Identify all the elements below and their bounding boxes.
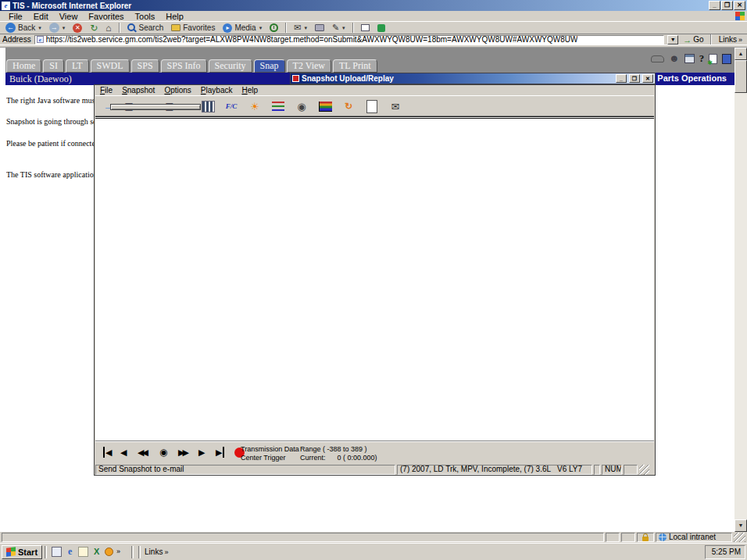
play-button[interactable] [198, 447, 205, 458]
tab[interactable]: SI [43, 59, 64, 73]
close-button[interactable]: ✕ [734, 1, 745, 10]
discuss-icon [361, 24, 370, 31]
window-resize-grip[interactable] [734, 533, 745, 542]
stop-playback-button[interactable] [159, 447, 167, 458]
fast-forward-button[interactable] [178, 447, 187, 458]
browser-menu-item[interactable]: Help [160, 12, 189, 21]
new-document-icon[interactable] [709, 54, 717, 64]
graph-icon[interactable] [315, 98, 335, 115]
maximize-button[interactable]: ❐ [721, 1, 733, 10]
quick-launch [49, 547, 129, 557]
snapshot-maximize-button[interactable]: ❐ [629, 74, 640, 83]
go-button[interactable]: Go [681, 35, 705, 45]
mail-button[interactable] [291, 22, 309, 34]
search-button[interactable]: Search [125, 22, 166, 34]
tab[interactable]: SWDL [91, 59, 130, 73]
browser-menu-item[interactable]: File [3, 12, 28, 21]
taskbar-divider [131, 546, 134, 558]
tab[interactable]: Security [209, 59, 252, 73]
stop-button[interactable] [70, 22, 84, 34]
email-icon[interactable] [385, 98, 406, 115]
ie-quicklaunch-icon[interactable] [65, 547, 75, 557]
lock-icon [642, 537, 649, 541]
discuss-button[interactable] [359, 22, 372, 34]
quicklaunch-overflow-chevron[interactable] [116, 547, 127, 557]
go-icon [683, 35, 692, 45]
minimize-button[interactable]: _ [709, 1, 720, 10]
rewind-button[interactable] [138, 447, 146, 458]
snapshot-close-button[interactable]: ✕ [642, 74, 653, 83]
snapshot-menu-item[interactable]: File [95, 86, 117, 95]
page-paragraph: The right Java software must be [6, 96, 95, 105]
last-frame-button[interactable] [216, 447, 224, 458]
start-button[interactable]: Start [2, 545, 42, 559]
exit-icon[interactable] [722, 54, 731, 64]
back-button[interactable]: Back [3, 22, 44, 34]
brightness-icon[interactable] [245, 98, 265, 115]
tab[interactable]: SPS Info [161, 59, 207, 73]
bolt-icon[interactable] [291, 98, 312, 115]
scroll-down-button[interactable]: ▼ [734, 519, 747, 532]
browser-menu-item[interactable]: Favorites [83, 12, 129, 21]
trigger-icon[interactable] [338, 98, 359, 115]
header-icon-row [651, 52, 731, 65]
show-desktop-icon[interactable] [52, 547, 62, 557]
address-dropdown-button[interactable]: ▼ [667, 35, 678, 45]
home-button[interactable] [103, 22, 113, 34]
tab[interactable]: Home [6, 59, 41, 73]
snapshot-menu-item[interactable]: Help [237, 86, 263, 95]
edit-button[interactable] [330, 22, 348, 34]
browser-menu-item[interactable]: View [54, 12, 84, 21]
step-back-button[interactable] [120, 447, 127, 458]
tab[interactable]: LT [66, 59, 89, 73]
history-icon [270, 23, 278, 32]
help-icon[interactable] [699, 52, 705, 65]
tab[interactable]: SPS [131, 59, 159, 73]
scrollbar-thumb[interactable] [734, 60, 747, 93]
links-bar[interactable]: Links » [717, 35, 745, 44]
search-quicklaunch-icon[interactable] [78, 547, 88, 557]
favorites-button[interactable]: Favorites [169, 22, 217, 34]
outlook-quicklaunch-icon[interactable] [105, 548, 113, 556]
address-input[interactable]: e https://tis2web.service.gm.com/tis2web… [34, 35, 665, 45]
calendar-icon[interactable] [684, 54, 695, 63]
snapshot-menu-item[interactable]: Snapshot [117, 86, 159, 95]
media-button[interactable]: Media [220, 22, 264, 34]
snapshot-menu-item[interactable]: Playback [196, 86, 238, 95]
scroll-up-button[interactable]: ▲ [734, 48, 747, 60]
refresh-button[interactable] [88, 22, 100, 34]
address-label: Address [2, 35, 31, 44]
tab[interactable]: Snap [254, 59, 285, 73]
print-icon [315, 24, 324, 31]
brand-left-label: Buick (Daewoo) [9, 73, 72, 85]
forward-button[interactable] [47, 22, 68, 34]
vehicle-info-label: (7) 2007, LD Trk, MPV, Incomplete, (7) 3… [397, 465, 592, 475]
system-tray: 5:25 PM [705, 545, 745, 559]
taskbar-links-label: Links [145, 548, 163, 556]
print-button[interactable] [313, 22, 327, 34]
taskbar-links[interactable]: Links » [143, 548, 170, 556]
messenger-button[interactable] [375, 22, 388, 34]
start-label: Start [18, 548, 38, 557]
browser-menu-item[interactable]: Edit [28, 12, 54, 21]
user-icon[interactable] [669, 53, 680, 64]
toolbar-separator [119, 23, 120, 33]
blank-page-icon[interactable] [362, 98, 382, 115]
first-frame-button[interactable] [103, 447, 112, 458]
snapshot-window: Snapshot Upload/Replay _ ❐ ✕ FileSnapsho… [94, 73, 656, 476]
snapshot-window-titlebar[interactable]: Snapshot Upload/Replay _ ❐ ✕ [290, 73, 656, 84]
page-scrollbar[interactable]: ▲ ▼ [734, 48, 747, 532]
browser-menu-item[interactable]: Tools [130, 12, 161, 21]
search-label: Search [139, 23, 164, 32]
history-button[interactable] [267, 22, 281, 34]
waveform-icon[interactable] [268, 98, 288, 115]
excel-quicklaunch-icon[interactable] [91, 547, 102, 557]
tab[interactable]: TL Print [333, 59, 377, 73]
tab[interactable]: T2 View [287, 59, 331, 73]
temp-units-icon[interactable] [221, 98, 241, 115]
vehicle-icon[interactable] [651, 55, 664, 62]
status-panel [621, 533, 635, 542]
snapshot-menu-item[interactable]: Options [159, 86, 195, 95]
resize-grip[interactable] [639, 465, 649, 475]
snapshot-minimize-button[interactable]: _ [616, 74, 627, 83]
